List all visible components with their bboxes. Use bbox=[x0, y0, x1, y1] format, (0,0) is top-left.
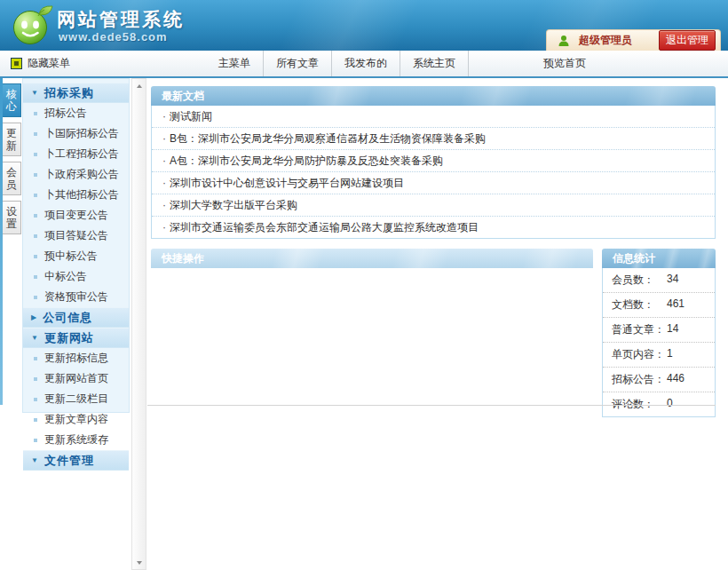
top-banner: 网站管理系统 www.dede58.com 超级管理员 退出管理 bbox=[0, 0, 728, 51]
sidebar-item-label: 项目答疑公告 bbox=[44, 228, 108, 243]
sidebar-item-label: 中标公告 bbox=[44, 269, 87, 284]
stat-row: 单页内容：1 bbox=[603, 343, 715, 368]
scroll-up-button[interactable] bbox=[132, 79, 146, 92]
doc-list-item[interactable]: 深圳市设计中心创意设计与交易平台网站建设项目 bbox=[152, 172, 715, 194]
sidebar-scrollbar[interactable] bbox=[131, 78, 146, 570]
sidebar-menu: ▼招标采购招标公告卜国际招标公告卜工程招标公告卜政府采购公告卜其他招标公告项目变… bbox=[22, 78, 130, 413]
sidebar-item[interactable]: 资格预审公告 bbox=[23, 287, 129, 307]
menu-item-2[interactable]: 所有文章 bbox=[264, 51, 332, 76]
stat-row: 文档数：461 bbox=[603, 293, 715, 318]
module-tabs: 核心更新会员设置 bbox=[3, 83, 22, 240]
hide-menu-button[interactable]: 隐藏菜单 bbox=[11, 51, 70, 76]
menubar-items: 主菜单所有文章我发布的系统主页预览首页 bbox=[206, 51, 598, 76]
app-title: 网站管理系统 bbox=[57, 7, 185, 32]
latest-docs-list: 测试新闻B包：深圳市公安局龙华分局观察通信器材及生活物资保障装备采购A包：深圳市… bbox=[151, 106, 716, 239]
sidebar-item-label: 更新系统缓存 bbox=[44, 432, 108, 447]
bullet-icon bbox=[34, 112, 37, 115]
sidebar-item[interactable]: 更新系统缓存 bbox=[23, 430, 129, 450]
menu-item-3[interactable]: 我发布的 bbox=[332, 51, 400, 76]
sidebar-item[interactable]: 卜工程招标公告 bbox=[23, 144, 129, 164]
sidebar-item-label: 资格预审公告 bbox=[44, 289, 108, 305]
chevron-down-icon: ▼ bbox=[31, 89, 38, 97]
sidebar-item[interactable]: 更新网站首页 bbox=[23, 368, 129, 389]
sidebar-item[interactable]: 项目变更公告 bbox=[23, 205, 129, 226]
bullet-icon bbox=[34, 194, 37, 197]
module-tab-1[interactable]: 核心 bbox=[3, 83, 21, 117]
sidebar-item-label: 预中标公告 bbox=[44, 249, 98, 264]
menu-item-1[interactable]: 主菜单 bbox=[206, 51, 264, 76]
scroll-down-button[interactable] bbox=[132, 556, 146, 569]
bullet-icon bbox=[34, 234, 37, 238]
admin-role-label: 超级管理员 bbox=[579, 33, 632, 48]
sidebar-item[interactable]: 项目答疑公告 bbox=[23, 226, 129, 246]
bullet-icon bbox=[34, 357, 37, 360]
stat-label: 会员数： bbox=[612, 273, 667, 288]
sidebar-item[interactable]: 卜国际招标公告 bbox=[23, 123, 129, 144]
bullet-icon bbox=[34, 377, 37, 381]
user-icon bbox=[558, 35, 570, 47]
sidebar-item[interactable]: 更新二级栏目 bbox=[23, 389, 129, 409]
stat-label: 普通文章： bbox=[612, 322, 667, 337]
triangle-up-icon bbox=[137, 84, 142, 88]
module-tab-4[interactable]: 设置 bbox=[3, 201, 21, 234]
quick-ops-header: 快捷操作 bbox=[151, 249, 593, 268]
stats-header: 信息统计 bbox=[602, 249, 716, 268]
stat-value: 1 bbox=[667, 347, 673, 362]
logout-button[interactable]: 退出管理 bbox=[659, 30, 716, 51]
admin-bar: 超级管理员 退出管理 bbox=[546, 29, 721, 51]
bullet-icon bbox=[34, 398, 37, 401]
sidebar-section-header-4[interactable]: ▼文件管理 bbox=[23, 450, 129, 471]
stat-label: 招标公告： bbox=[612, 372, 667, 387]
menu-item-4[interactable]: 系统主页 bbox=[400, 51, 469, 76]
sidebar-item[interactable]: 招标公告 bbox=[23, 103, 129, 123]
admin-dashboard: 网站管理系统 www.dede58.com 超级管理员 退出管理 隐藏菜单 主菜… bbox=[0, 0, 728, 570]
chevron-down-icon: ▼ bbox=[31, 456, 38, 464]
content-divider bbox=[147, 405, 716, 406]
latest-docs-header: 最新文档 bbox=[151, 86, 716, 106]
bullet-icon bbox=[34, 296, 37, 299]
stats-panel: 信息统计 会员数：34文档数：461普通文章：14单页内容：1招标公告：446评… bbox=[602, 249, 716, 417]
bullet-icon bbox=[34, 439, 37, 442]
sidebar-item-label: 卜工程招标公告 bbox=[44, 146, 119, 162]
sidebar-section-header-1[interactable]: ▼招标采购 bbox=[23, 83, 129, 103]
sidebar-item-label: 更新二级栏目 bbox=[44, 392, 108, 407]
sidebar-item-label: 卜政府采购公告 bbox=[44, 167, 119, 182]
doc-list-item[interactable]: 测试新闻 bbox=[152, 106, 715, 128]
bullet-icon bbox=[34, 153, 37, 156]
sidebar-item[interactable]: 中标公告 bbox=[23, 266, 129, 287]
doc-list-item[interactable]: B包：深圳市公安局龙华分局观察通信器材及生活物资保障装备采购 bbox=[152, 128, 715, 150]
stat-label: 文档数： bbox=[612, 297, 667, 313]
sidebar-item[interactable]: 卜其他招标公告 bbox=[23, 185, 129, 205]
sidebar-item[interactable]: 更新招标信息 bbox=[23, 348, 129, 368]
site-logo-icon bbox=[12, 4, 54, 47]
menubar: 隐藏菜单 主菜单所有文章我发布的系统主页预览首页 bbox=[0, 51, 728, 78]
sidebar-section-label: 文件管理 bbox=[44, 453, 94, 469]
doc-list-item[interactable]: 深圳大学数字出版平台采购 bbox=[152, 194, 715, 217]
sidebar-item[interactable]: 卜政府采购公告 bbox=[23, 164, 129, 185]
latest-docs-panel: 最新文档 测试新闻B包：深圳市公安局龙华分局观察通信器材及生活物资保障装备采购A… bbox=[151, 86, 716, 239]
bullet-icon bbox=[34, 132, 37, 136]
doc-list-item[interactable]: 深圳市交通运输委员会东部交通运输局公路大厦监控系统改造项目 bbox=[152, 217, 715, 238]
bullet-icon bbox=[34, 214, 37, 218]
sidebar-item[interactable]: 更新文章内容 bbox=[23, 409, 129, 430]
triangle-down-icon bbox=[137, 561, 142, 565]
sidebar-section-header-3[interactable]: ▼更新网站 bbox=[23, 328, 129, 348]
sidebar-section-label: 公司信息 bbox=[43, 310, 92, 326]
sidebar-item[interactable]: 预中标公告 bbox=[23, 246, 129, 266]
quick-ops-panel: 快捷操作 bbox=[151, 249, 593, 268]
app-subtitle: www.dede58.com bbox=[59, 30, 168, 44]
module-tab-2[interactable]: 更新 bbox=[3, 123, 21, 156]
sidebar-section-label: 更新网站 bbox=[44, 330, 94, 346]
stat-row: 普通文章：14 bbox=[603, 318, 715, 343]
stat-row: 会员数：34 bbox=[603, 268, 715, 293]
module-tab-3[interactable]: 会员 bbox=[3, 162, 21, 195]
sidebar-section-label: 招标采购 bbox=[44, 85, 94, 101]
bullet-icon bbox=[34, 275, 37, 279]
hide-menu-icon bbox=[11, 58, 22, 69]
sidebar-item-label: 招标公告 bbox=[44, 106, 87, 121]
doc-list-item[interactable]: A包：深圳市公安局龙华分局防护防暴及反恐处突装备采购 bbox=[152, 150, 715, 172]
bullet-icon bbox=[34, 418, 37, 422]
menu-item-5[interactable]: 预览首页 bbox=[531, 51, 598, 76]
sidebar-section-header-2[interactable]: ▶公司信息 bbox=[23, 307, 129, 328]
sidebar-item-label: 卜国际招标公告 bbox=[44, 126, 119, 141]
